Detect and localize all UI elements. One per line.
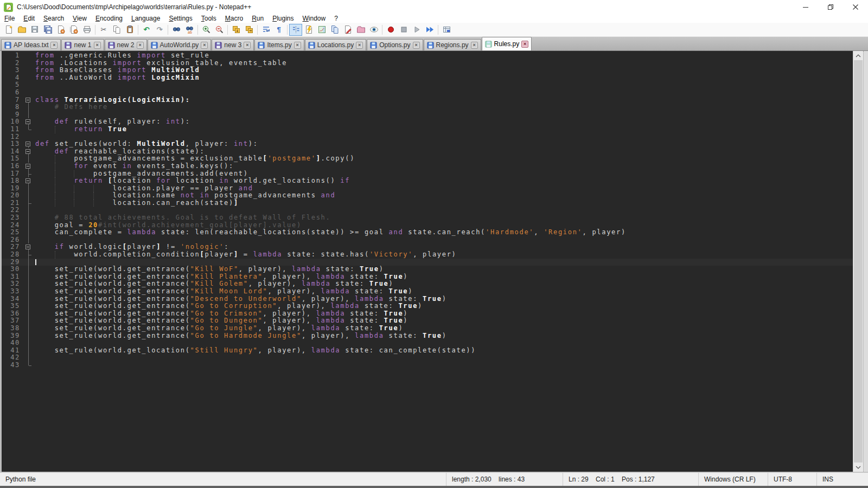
toolbar-button-copy[interactable] bbox=[110, 24, 123, 36]
fold-collapse-icon[interactable] bbox=[24, 243, 34, 251]
line-number: 40 bbox=[2, 339, 24, 347]
toolbar-button-edit-document[interactable] bbox=[341, 24, 354, 36]
toolbar-button-open-file[interactable] bbox=[15, 24, 28, 36]
toolbar-button-word-wrap[interactable] bbox=[259, 24, 272, 36]
line-number: 17 bbox=[2, 170, 24, 178]
tab-close-icon[interactable]: × bbox=[294, 42, 301, 49]
line-number: 26 bbox=[2, 236, 24, 244]
toolbar-button-sync-horizontal-scroll[interactable] bbox=[242, 24, 256, 36]
fold-margin bbox=[24, 52, 34, 60]
tab-regions-py[interactable]: Regions.py× bbox=[424, 39, 481, 50]
print-icon bbox=[82, 25, 92, 34]
tab-close-icon[interactable]: × bbox=[94, 42, 101, 49]
fold-collapse-icon[interactable] bbox=[24, 118, 34, 126]
toolbar-button-undo[interactable]: ↶ bbox=[140, 24, 153, 36]
menu-item-run[interactable]: Run bbox=[247, 15, 268, 22]
toolbar-button-save[interactable] bbox=[28, 24, 41, 36]
project-panel-icon bbox=[356, 25, 366, 34]
toolbar-button-cut[interactable]: ✂ bbox=[97, 24, 110, 36]
toolbar-button-replace[interactable]: ab bbox=[183, 24, 196, 36]
scrollbar-track[interactable] bbox=[853, 60, 863, 463]
fold-collapse-icon[interactable] bbox=[24, 148, 34, 156]
toolbar-button-macro-run-multiple[interactable] bbox=[423, 24, 436, 36]
fold-collapse-icon[interactable] bbox=[24, 163, 34, 170]
tab-close-icon[interactable]: × bbox=[244, 42, 251, 49]
menu-item-[interactable]: ? bbox=[330, 15, 342, 22]
text-editor[interactable]: 1from ..generic.Rules import set_rule2fr… bbox=[2, 51, 853, 472]
toolbar-button-sync-vertical-scroll[interactable] bbox=[229, 24, 242, 36]
line-number: 15 bbox=[2, 155, 24, 163]
toolbar-button-save-all[interactable] bbox=[41, 24, 54, 36]
toolbar-button-print[interactable] bbox=[80, 24, 93, 36]
menu-item-encoding[interactable]: Encoding bbox=[91, 15, 127, 22]
minimize-button[interactable] bbox=[793, 0, 818, 14]
tab-items-py[interactable]: Items.py× bbox=[254, 39, 304, 50]
toolbar-button-document-list[interactable] bbox=[328, 24, 341, 36]
tab-options-py[interactable]: Options.py× bbox=[367, 39, 423, 50]
tab-locations-py[interactable]: Locations.py× bbox=[305, 39, 366, 50]
toolbar-button-show-indent-guide[interactable] bbox=[289, 24, 302, 36]
menu-item-language[interactable]: Language bbox=[127, 15, 164, 22]
toolbar-button-find[interactable] bbox=[170, 24, 183, 36]
toolbar-button-close[interactable] bbox=[54, 24, 67, 36]
tab-new-2[interactable]: new 2× bbox=[105, 39, 147, 50]
toolbar-button-zoom-in[interactable] bbox=[200, 24, 213, 36]
tab-ap-ideas-txt[interactable]: AP Ideas.txt× bbox=[1, 39, 61, 50]
line-number: 39 bbox=[2, 332, 24, 340]
menu-item-search[interactable]: Search bbox=[39, 15, 68, 22]
line-number: 24 bbox=[2, 222, 24, 229]
toolbar-button-macro-stop[interactable] bbox=[397, 24, 410, 36]
tab-new-3[interactable]: new 3× bbox=[212, 39, 254, 50]
menu-item-settings[interactable]: Settings bbox=[164, 15, 196, 22]
tab-close-icon[interactable]: × bbox=[50, 42, 58, 49]
line-number: 36 bbox=[2, 310, 24, 318]
toolbar-button-function-list[interactable] bbox=[302, 24, 315, 36]
tab-new-1[interactable]: new 1× bbox=[61, 39, 104, 50]
fold-collapse-icon[interactable] bbox=[24, 97, 34, 104]
tab-close-icon[interactable]: × bbox=[413, 42, 420, 49]
scroll-down-arrow-icon[interactable] bbox=[853, 463, 863, 472]
tab-close-icon[interactable]: × bbox=[137, 42, 144, 49]
code-text bbox=[34, 207, 853, 214]
toolbar-button-macro-play[interactable] bbox=[410, 24, 423, 36]
tab-rules-py[interactable]: Rules.py× bbox=[482, 37, 532, 50]
fold-margin bbox=[24, 310, 34, 318]
restore-button[interactable] bbox=[818, 0, 843, 14]
tab-close-icon[interactable]: × bbox=[356, 42, 363, 49]
scroll-up-arrow-icon[interactable] bbox=[853, 51, 863, 60]
toolbar-button-paste[interactable] bbox=[123, 24, 136, 36]
fold-collapse-icon[interactable] bbox=[24, 177, 34, 185]
tab-autoworld-py[interactable]: AutoWorld.py× bbox=[148, 39, 212, 50]
toolbar-button-document-monitor[interactable] bbox=[367, 24, 380, 36]
toolbar-button-document-map[interactable] bbox=[315, 24, 328, 36]
code-text: def rule(self, player: int): bbox=[34, 118, 853, 126]
scrollbar-thumb[interactable] bbox=[854, 60, 863, 463]
document-list-icon bbox=[330, 25, 340, 34]
toolbar-button-close-all[interactable] bbox=[67, 24, 80, 36]
menu-item-edit[interactable]: Edit bbox=[19, 15, 39, 22]
toolbar-button-macro-save[interactable] bbox=[440, 24, 453, 36]
toolbar-button-redo[interactable]: ↷ bbox=[153, 24, 166, 36]
menu-item-view[interactable]: View bbox=[68, 15, 91, 22]
close-button[interactable] bbox=[843, 0, 868, 14]
tab-close-icon[interactable]: × bbox=[201, 42, 208, 49]
menu-item-macro[interactable]: Macro bbox=[221, 15, 247, 22]
code-line: 10 def rule(self, player: int): bbox=[2, 118, 853, 126]
paste-icon bbox=[125, 25, 135, 34]
code-line: 37 set_rule(world.get_entrance("Go to Du… bbox=[2, 317, 853, 325]
tab-label: Items.py bbox=[267, 41, 291, 49]
menu-item-file[interactable]: File bbox=[0, 15, 19, 22]
code-line: 15 postgame_advancements = exclusion_tab… bbox=[2, 155, 853, 163]
tab-close-icon[interactable]: × bbox=[521, 41, 528, 48]
menu-item-tools[interactable]: Tools bbox=[197, 15, 221, 22]
toolbar-button-new-file[interactable] bbox=[2, 24, 15, 36]
menu-item-window[interactable]: Window bbox=[298, 15, 330, 22]
menu-item-plugins[interactable]: Plugins bbox=[268, 15, 298, 22]
toolbar-button-show-all-characters[interactable]: ¶ bbox=[272, 24, 285, 36]
toolbar-button-zoom-out[interactable] bbox=[213, 24, 226, 36]
fold-collapse-icon[interactable] bbox=[24, 140, 34, 148]
tab-close-icon[interactable]: × bbox=[471, 42, 478, 49]
toolbar-button-macro-record[interactable] bbox=[384, 24, 397, 36]
save-all-icon bbox=[43, 25, 53, 34]
toolbar-button-project-panel[interactable] bbox=[354, 24, 367, 36]
